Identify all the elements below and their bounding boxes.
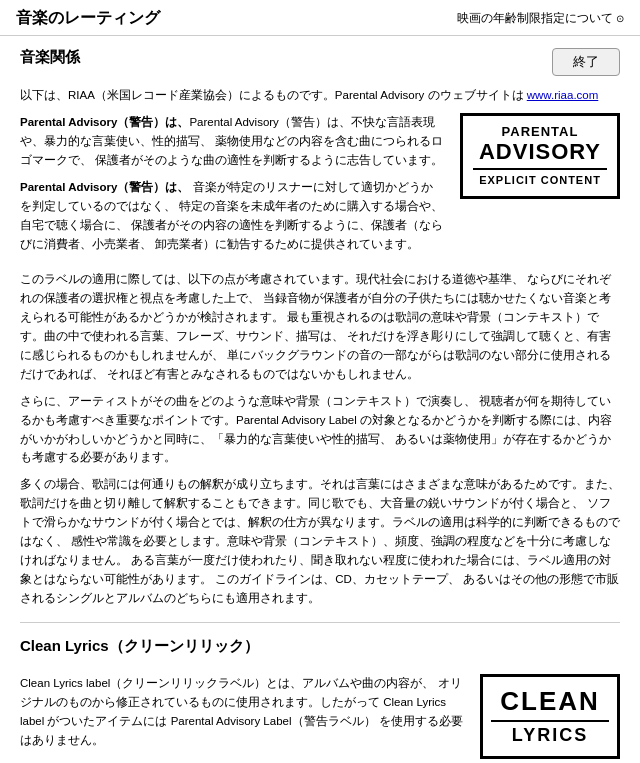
pa-parental-text: PARENTAL — [473, 124, 607, 140]
page-title: 音楽のレーティング — [16, 8, 160, 29]
clean-badge-clean: CLEAN — [491, 687, 609, 716]
para5: さらに、アーティストがその曲をどのような意味や背景（コンテキスト）で演奏し、 視… — [20, 392, 620, 468]
para1-text: 以下は、RIAA（米国レコード産業協会）によるものです。Parental Adv… — [20, 89, 524, 101]
para4: このラベルの適用に際しては、以下の点が考慮されています。現代社会における道徳や基… — [20, 270, 620, 384]
clean-badge-lyrics: LYRICS — [491, 720, 609, 747]
section-divider — [20, 622, 620, 623]
clean-lyrics-title: Clean Lyrics（クリーンリリック） — [20, 637, 620, 656]
pa-advisory-text: ADVISORY — [473, 140, 607, 164]
para1: 以下は、RIAA（米国レコード産業協会）によるものです。Parental Adv… — [20, 86, 620, 105]
parental-advisory-block: Parental Advisory（警告）は、Parental Advisory… — [20, 113, 620, 262]
pa-text-col: Parental Advisory（警告）は、Parental Advisory… — [20, 113, 460, 262]
clean-lyrics-para1: Clean Lyrics label（クリーンリリックラベル）とは、アルバムや曲… — [20, 674, 464, 750]
clean-lyrics-text-col: Clean Lyrics label（クリーンリリックラベル）とは、アルバムや曲… — [20, 674, 480, 758]
clean-lyrics-block: Clean Lyrics label（クリーンリリックラベル）とは、アルバムや曲… — [20, 674, 620, 759]
para2-bold: Parental Advisory（警告）は、 — [20, 116, 189, 128]
end-button-top[interactable]: 終了 — [552, 48, 620, 76]
music-section-title: 音楽関係 — [20, 48, 80, 67]
music-section-header: 音楽関係 終了 — [20, 48, 620, 76]
riaa-link[interactable]: www.riaa.com — [527, 89, 599, 101]
clean-lyrics-section: Clean Lyrics（クリーンリリック） Clean Lyrics labe… — [20, 637, 620, 759]
movie-rating-link[interactable]: 映画の年齢制限指定について ⊙ — [457, 10, 624, 27]
parental-advisory-badge: PARENTAL ADVISORY EXPLICIT CONTENT — [460, 113, 620, 199]
pa-explicit-text: EXPLICIT CONTENT — [473, 168, 607, 188]
movie-rating-link-text: 映画の年齢制限指定について — [457, 10, 613, 27]
arrow-icon: ⊙ — [616, 13, 624, 24]
clean-lyrics-para1-text: Clean Lyrics label（クリーンリリックラベル）とは、アルバムや曲… — [20, 677, 463, 746]
para2: Parental Advisory（警告）は、Parental Advisory… — [20, 113, 444, 170]
main-content: 音楽関係 終了 以下は、RIAA（米国レコード産業協会）によるものです。Pare… — [0, 36, 640, 763]
top-bar: 音楽のレーティング 映画の年齢制限指定について ⊙ — [0, 0, 640, 36]
para3-bold: Parental Advisory（警告）は、 — [20, 181, 189, 193]
para6: 多くの場合、歌詞には何通りもの解釈が成り立ちます。それは言葉にはさまざまな意味が… — [20, 475, 620, 608]
para3: Parental Advisory（警告）は、 音楽が特定のリスナーに対して適切… — [20, 178, 444, 254]
clean-lyrics-badge: CLEAN LYRICS — [480, 674, 620, 759]
